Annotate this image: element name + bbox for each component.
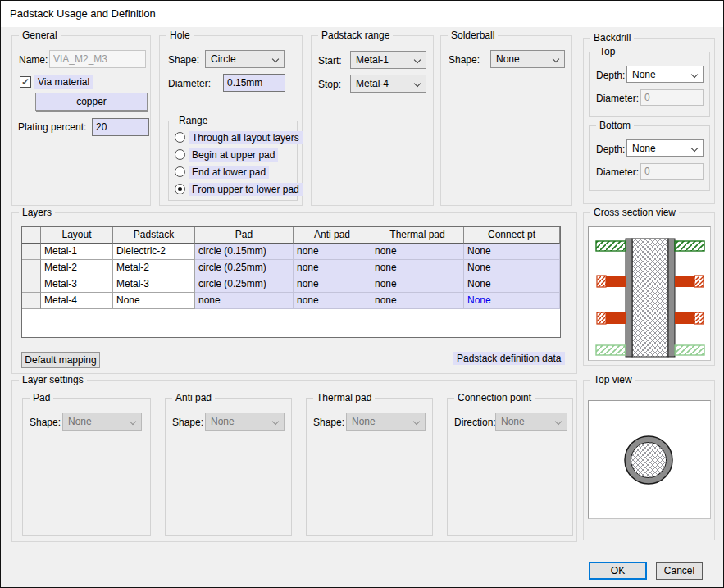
- table-cell[interactable]: Metal-1: [41, 244, 113, 260]
- chevron-down-icon: [414, 57, 421, 63]
- table-cell[interactable]: None: [464, 244, 560, 260]
- name-input[interactable]: [49, 50, 146, 68]
- row-selector[interactable]: [22, 244, 41, 260]
- column-header-layout[interactable]: Layout: [41, 227, 113, 244]
- table-corner-cell: [22, 227, 41, 244]
- connection-point-settings-group: Connection point Direction: None: [447, 398, 573, 536]
- hole-shape-label: Shape:: [168, 54, 199, 66]
- via-material-button[interactable]: copper: [35, 93, 148, 111]
- top-view-drawing: [589, 401, 710, 518]
- thermal-pad-shape-select: None: [346, 413, 426, 431]
- chevron-down-icon: [553, 56, 559, 62]
- table-cell[interactable]: Metal-3: [113, 276, 195, 293]
- bottom-diameter-input[interactable]: [640, 163, 704, 180]
- radio-label[interactable]: Through all layout layers: [189, 131, 303, 144]
- solderball-shape-value: None: [496, 53, 520, 65]
- table-cell[interactable]: none: [294, 244, 371, 260]
- general-group: General Name: Via material copper Platin…: [11, 35, 151, 206]
- table-cell[interactable]: none: [371, 244, 464, 260]
- column-header-anti-pad[interactable]: Anti pad: [294, 227, 371, 244]
- row-selector[interactable]: [22, 293, 41, 309]
- padstack-definition-data-link[interactable]: Padstack definition data: [453, 352, 565, 365]
- hole-shape-select[interactable]: Circle: [205, 50, 285, 68]
- table-cell[interactable]: None: [113, 293, 195, 309]
- connection-point-settings-legend: Connection point: [454, 392, 535, 403]
- general-legend: General: [19, 30, 61, 41]
- cross-section-group: Cross section view: [583, 212, 715, 366]
- table-cell[interactable]: None: [464, 260, 560, 276]
- connection-direction-select: None: [495, 413, 567, 431]
- range-legend: Range: [175, 115, 211, 126]
- hole-diameter-label: Diameter:: [168, 78, 211, 89]
- top-diameter-label: Diameter:: [596, 93, 639, 104]
- start-value: Metal-1: [356, 54, 389, 66]
- layers-group: Layers LayoutPadstackPadAnti padThermal …: [11, 212, 577, 374]
- cancel-button[interactable]: Cancel: [656, 562, 703, 580]
- stop-select[interactable]: Metal-4: [350, 75, 426, 93]
- radio-through-all-layers[interactable]: [175, 132, 185, 143]
- via-material-label: Via material: [34, 75, 93, 89]
- stop-value: Metal-4: [356, 78, 389, 89]
- layers-table-body: Metal-1Dielectric-2circle (0.15mm)noneno…: [22, 244, 560, 309]
- table-cell[interactable]: Dielectric-2: [113, 244, 195, 260]
- radio-label[interactable]: From upper to lower pad: [189, 183, 303, 196]
- row-selector[interactable]: [22, 260, 41, 276]
- top-view-group: Top view: [583, 380, 715, 540]
- pad-shape-value: None: [68, 416, 92, 427]
- top-diameter-input[interactable]: [640, 89, 704, 106]
- backdrill-bottom-group: Bottom Depth: None Diameter:: [589, 125, 710, 191]
- default-mapping-button[interactable]: Default mapping: [21, 352, 100, 368]
- hole-diameter-input[interactable]: [223, 74, 285, 92]
- table-cell[interactable]: Metal-2: [41, 260, 113, 276]
- column-header-thermal-pad[interactable]: Thermal pad: [371, 227, 464, 244]
- layers-table[interactable]: LayoutPadstackPadAnti padThermal padConn…: [21, 226, 561, 338]
- backdrill-top-legend: Top: [596, 46, 618, 57]
- row-selector[interactable]: [22, 276, 41, 293]
- radio-label[interactable]: End at lower pad: [189, 166, 269, 179]
- pad-shape-select: None: [62, 413, 142, 431]
- table-cell[interactable]: none: [371, 276, 464, 293]
- name-label: Name:: [19, 54, 48, 66]
- table-cell[interactable]: Metal-4: [41, 293, 113, 309]
- table-cell[interactable]: None: [464, 276, 560, 293]
- top-depth-value: None: [632, 69, 656, 80]
- top-depth-label: Depth:: [596, 70, 625, 81]
- stop-label: Stop:: [318, 79, 341, 90]
- table-cell[interactable]: circle (0.15mm): [195, 244, 294, 260]
- column-header-padstack[interactable]: Padstack: [113, 227, 195, 244]
- start-label: Start:: [318, 55, 342, 66]
- anti-pad-shape-value: None: [211, 416, 235, 427]
- column-header-pad[interactable]: Pad: [195, 227, 294, 244]
- table-cell[interactable]: none: [195, 293, 294, 309]
- table-cell[interactable]: none: [371, 260, 464, 276]
- table-cell[interactable]: none: [371, 293, 464, 309]
- radio-label[interactable]: Begin at upper pad: [189, 148, 278, 162]
- column-header-connect-pt[interactable]: Connect pt: [464, 227, 560, 244]
- start-select[interactable]: Metal-1: [350, 51, 426, 69]
- table-cell[interactable]: Metal-3: [41, 276, 113, 293]
- hole-group: Hole Shape: Circle Diameter: Range Throu…: [159, 35, 303, 206]
- radio-end-lower-pad[interactable]: [175, 166, 185, 177]
- table-cell[interactable]: Metal-2: [113, 260, 195, 276]
- cross-section-canvas: [588, 226, 711, 361]
- plating-percent-input[interactable]: [92, 118, 149, 136]
- table-cell[interactable]: circle (0.25mm): [195, 276, 294, 293]
- solderball-shape-select[interactable]: None: [490, 50, 565, 68]
- pad-settings-group: Pad Shape: None: [22, 398, 151, 536]
- hole-shape-value: Circle: [211, 53, 236, 65]
- radio-from-upper-to-lower-pad[interactable]: [175, 184, 185, 194]
- table-cell[interactable]: none: [294, 276, 371, 293]
- ok-button[interactable]: OK: [589, 562, 647, 580]
- connection-direction-label: Direction:: [454, 417, 496, 428]
- padstack-dialog: Padstack Usage and Definition General Na…: [0, 0, 724, 588]
- table-cell[interactable]: none: [294, 260, 371, 276]
- table-cell[interactable]: none: [294, 293, 371, 309]
- table-cell[interactable]: None: [464, 293, 560, 309]
- connection-direction-value: None: [501, 416, 525, 427]
- table-cell[interactable]: circle (0.25mm): [195, 260, 294, 276]
- top-depth-select[interactable]: None: [626, 66, 704, 83]
- radio-begin-upper-pad[interactable]: [175, 149, 185, 160]
- layers-legend: Layers: [19, 207, 55, 218]
- via-material-checkbox[interactable]: [20, 76, 31, 88]
- bottom-depth-select[interactable]: None: [626, 139, 704, 157]
